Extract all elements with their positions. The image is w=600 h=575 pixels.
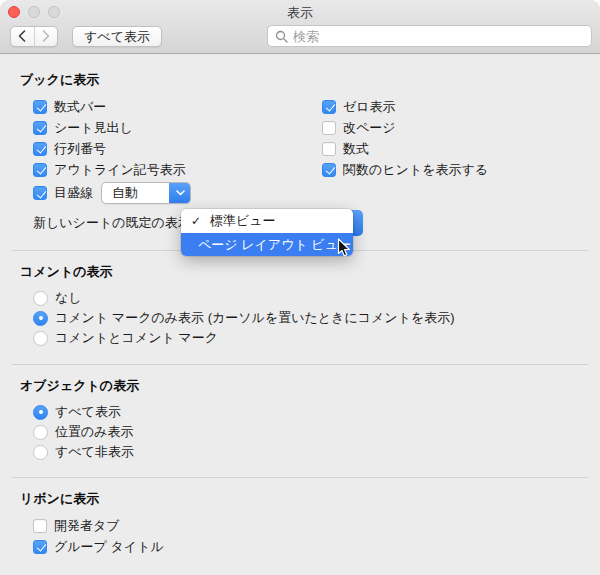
- checkbox-label: グループ タイトル: [54, 538, 164, 556]
- menu-item-normal-view[interactable]: ✓ 標準ビュー: [181, 209, 353, 233]
- radio-objects-hide-all[interactable]: [33, 445, 48, 460]
- checkbox-row: 行列番号: [20, 138, 322, 159]
- forward-button[interactable]: [35, 27, 58, 46]
- show-all-button[interactable]: すべて表示: [72, 26, 162, 47]
- radio-label: すべて非表示: [55, 443, 134, 461]
- search-input[interactable]: [293, 29, 584, 44]
- preferences-window: 表示 すべて表示 ブックに表示: [0, 0, 600, 575]
- window-title: 表示: [0, 4, 600, 22]
- section-title-book: ブックに表示: [20, 72, 580, 88]
- section-title-comments: コメントの表示: [20, 264, 580, 280]
- radio-objects-show-all[interactable]: [33, 405, 48, 420]
- default-view-menu: ✓ 標準ビュー ページ レイアウト ビュー: [181, 209, 353, 256]
- default-view-label: 新しいシートの既定の表示: [33, 214, 191, 232]
- chevron-down-icon: [169, 182, 191, 204]
- radio-row: 位置のみ表示: [20, 422, 580, 442]
- comments-options: なし コメント マークのみ表示 (カーソルを置いたときにコメントを表示) コメン…: [20, 288, 580, 348]
- toolbar: すべて表示: [0, 22, 600, 54]
- checkbox-zero-values[interactable]: [322, 100, 336, 114]
- radio-label: なし: [55, 289, 82, 307]
- search-field: [267, 25, 592, 47]
- checkbox-label: シート見出し: [54, 119, 133, 137]
- checkbox-group-titles[interactable]: [33, 540, 47, 554]
- radio-comments-none[interactable]: [33, 291, 48, 306]
- section-divider: [12, 364, 588, 365]
- radio-row: すべて非表示: [20, 442, 580, 462]
- checkbox-gridlines[interactable]: [33, 186, 47, 200]
- section-title-objects: オブジェクトの表示: [20, 378, 580, 394]
- checkbox-label: 行列番号: [54, 140, 106, 158]
- checkbox-sheet-tabs[interactable]: [33, 121, 47, 135]
- checkbox-row: 数式: [322, 138, 580, 159]
- radio-label: コメント マークのみ表示 (カーソルを置いたときにコメントを表示): [55, 309, 455, 327]
- radio-objects-placeholders[interactable]: [33, 425, 48, 440]
- radio-row: なし: [20, 288, 580, 308]
- checkbox-row-col-headers[interactable]: [33, 142, 47, 156]
- checkbox-outline-symbols[interactable]: [33, 163, 47, 177]
- checkbox-row: 関数のヒントを表示する: [322, 159, 580, 180]
- titlebar: 表示: [0, 0, 600, 22]
- section-divider: [12, 477, 588, 478]
- section-title-ribbon: リボンに表示: [20, 491, 580, 507]
- checkmark-icon: ✓: [189, 214, 203, 228]
- back-button[interactable]: [11, 27, 35, 46]
- chevron-right-icon: [42, 30, 50, 42]
- checkbox-formula-bar[interactable]: [33, 100, 47, 114]
- menu-item-label: ページ レイアウト ビュー: [198, 236, 351, 254]
- radio-comments-indicator-only[interactable]: [33, 311, 48, 326]
- checkbox-formulas[interactable]: [322, 142, 336, 156]
- objects-options: すべて表示 位置のみ表示 すべて非表示: [20, 402, 580, 462]
- checkbox-row: 改ページ: [322, 117, 580, 138]
- checkbox-row: 開発者タブ: [20, 515, 580, 536]
- radio-row: コメント マークのみ表示 (カーソルを置いたときにコメントを表示): [20, 308, 580, 328]
- window-chrome: 表示 すべて表示: [0, 0, 600, 54]
- checkbox-label: 開発者タブ: [54, 517, 120, 535]
- radio-row: コメントとコメント マーク: [20, 328, 580, 348]
- checkbox-label: 改ページ: [343, 119, 396, 137]
- checkbox-label: 数式バー: [54, 98, 106, 116]
- checkbox-developer-tab[interactable]: [33, 519, 47, 533]
- checkbox-row: シート見出し: [20, 117, 322, 138]
- menu-item-label: 標準ビュー: [210, 212, 276, 230]
- radio-label: コメントとコメント マーク: [55, 329, 218, 347]
- checkbox-label: 目盛線: [54, 184, 93, 202]
- checkbox-label: ゼロ表示: [343, 98, 396, 116]
- popup-value: 自動: [102, 184, 169, 202]
- checkbox-page-breaks[interactable]: [322, 121, 336, 135]
- checkbox-label: 関数のヒントを表示する: [343, 161, 488, 179]
- checkbox-row: グループ タイトル: [20, 536, 580, 557]
- checkbox-function-tooltips[interactable]: [322, 163, 336, 177]
- checkbox-label: 数式: [343, 140, 369, 158]
- content-area: ブックに表示 数式バー シート見出し 行列番号 アウトライン記号表示: [0, 72, 600, 557]
- radio-label: 位置のみ表示: [55, 423, 134, 441]
- nav-button-group: [10, 26, 58, 47]
- radio-label: すべて表示: [55, 403, 121, 421]
- gridlines-color-popup[interactable]: 自動: [101, 182, 191, 204]
- checkbox-row: アウトライン記号表示: [20, 159, 322, 180]
- radio-row: すべて表示: [20, 402, 580, 422]
- checkbox-row: ゼロ表示: [322, 96, 580, 117]
- menu-item-page-layout-view[interactable]: ページ レイアウト ビュー: [181, 233, 353, 256]
- chevron-left-icon: [18, 30, 26, 42]
- search-icon: [275, 30, 288, 43]
- checkbox-label: アウトライン記号表示: [54, 161, 186, 179]
- radio-comments-and-indicators[interactable]: [33, 331, 48, 346]
- mouse-cursor-icon: [337, 238, 351, 262]
- checkbox-row: 数式バー: [20, 96, 322, 117]
- gridlines-row: 目盛線 自動: [20, 180, 322, 206]
- ribbon-options: 開発者タブ グループ タイトル: [20, 515, 580, 557]
